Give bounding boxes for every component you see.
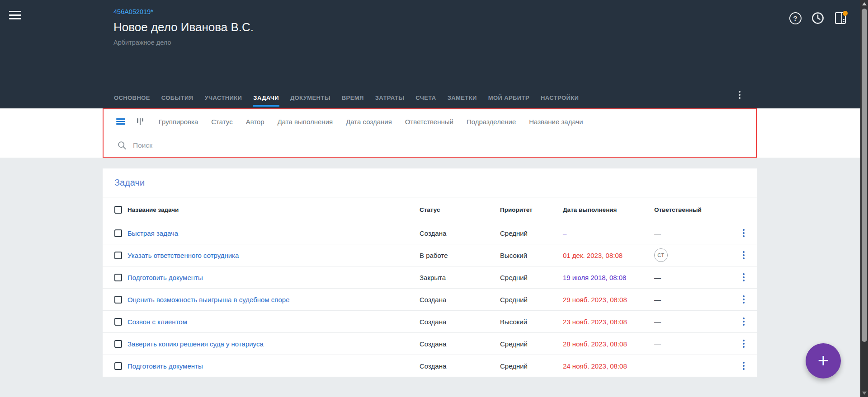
scrollbar-up-arrow[interactable] [862,2,867,5]
row-kebab-icon[interactable] [741,294,746,305]
help-icon[interactable]: ? [788,11,802,25]
table-row: Указать ответственного сотрудника В рабо… [103,244,757,266]
tab-участники[interactable]: УЧАСТНИКИ [204,94,242,107]
row-kebab-icon[interactable] [741,249,746,261]
tab-основное[interactable]: ОСНОВНОЕ [113,94,151,107]
row-checkbox[interactable] [114,362,122,370]
row-kebab-icon[interactable] [741,316,746,327]
task-name-link[interactable]: Подготовить документы [127,274,203,281]
column-header-priority: Приоритет [500,206,563,213]
task-due-date: 01 дек. 2023, 08:08 [563,252,654,259]
task-priority: Высокий [500,252,563,259]
tab-время[interactable]: ВРЕМЯ [341,94,364,107]
tasks-card: Задачи Название задачи Статус Приоритет … [103,168,757,377]
filter-chips: ГруппировкаСтатусАвторДата выполненияДат… [159,118,583,126]
list-view-icon[interactable] [116,118,125,125]
table-row: Созвон с клиентом Создана Высокий 23 ноя… [103,311,757,333]
filter-chip[interactable]: Дата создания [346,118,392,126]
filter-chip[interactable]: Дата выполнения [278,118,333,126]
main-menu-icon[interactable] [9,11,21,19]
row-checkbox[interactable] [114,274,122,281]
task-priority: Высокий [500,318,563,326]
tasks-heading: Задачи [114,177,145,188]
tabs-overflow-kebab-icon[interactable] [734,89,745,101]
tab-мой-арбитр[interactable]: МОЙ АРБИТР [488,94,530,107]
filter-chip[interactable]: Название задачи [529,118,583,126]
task-name-link[interactable]: Подготовить документы [127,362,203,370]
tab-задачи[interactable]: ЗАДАЧИ [253,94,279,107]
select-all-checkbox[interactable] [114,206,122,214]
table-header-row: Название задачи Статус Приоритет Дата вы… [103,197,757,222]
tab-заметки[interactable]: ЗАМЕТКИ [447,94,477,107]
task-name-link[interactable]: Созвон с клиентом [127,318,187,326]
column-header-status: Статус [420,206,500,213]
search-input[interactable]: Поиск [133,141,756,149]
table-row: Подготовить документы Закрыта Средний 19… [103,266,757,289]
tab-документы[interactable]: ДОКУМЕНТЫ [290,94,331,107]
tab-настройки[interactable]: НАСТРОЙКИ [540,94,579,107]
task-due-date: 23 нояб. 2023, 08:08 [563,318,654,326]
task-due-date: 29 нояб. 2023, 08:08 [563,296,654,304]
scrollbar[interactable] [860,0,868,397]
columns-settings-icon[interactable] [137,117,143,126]
table-body: Быстрая задача Создана Средний – — Указа… [103,222,757,377]
task-responsible: — [654,362,730,370]
add-task-fab[interactable]: + [806,343,841,378]
task-responsible: — [654,340,730,348]
task-responsible: СТ [654,248,730,262]
scrollbar-thumb[interactable] [862,9,867,342]
task-status: В работе [420,252,500,259]
row-checkbox[interactable] [114,340,122,348]
task-due-date: 24 нояб. 2023, 08:08 [563,362,654,370]
filter-chip[interactable]: Автор [246,118,264,126]
row-kebab-icon[interactable] [741,338,746,350]
task-status: Создана [420,340,500,348]
task-priority: Средний [500,229,563,237]
task-status: Создана [420,362,500,370]
task-due-date: 28 нояб. 2023, 08:08 [563,340,654,348]
row-kebab-icon[interactable] [741,271,746,283]
filter-chip[interactable]: Статус [211,118,232,126]
task-status: Закрыта [420,274,500,281]
scrollbar-down-arrow[interactable] [862,392,867,395]
task-status: Создана [420,318,500,326]
column-header-responsible: Ответственный [654,206,730,213]
task-priority: Средний [500,362,563,370]
filter-chip[interactable]: Подразделение [467,118,516,126]
task-name-link[interactable]: Оценить возможность выигрыша в судебном … [127,296,289,304]
tab-счета[interactable]: СЧЕТА [415,94,436,107]
task-status: Создана [420,229,500,237]
task-priority: Средний [500,296,563,304]
row-checkbox[interactable] [114,252,122,259]
tab-bar: ОСНОВНОЕСОБЫТИЯУЧАСТНИКИЗАДАЧИДОКУМЕНТЫВ… [113,94,579,107]
tab-события[interactable]: СОБЫТИЯ [161,94,194,107]
filter-chip[interactable]: Группировка [159,118,198,126]
case-info: 456A052019* Новое дело Иванова В.С. Арби… [113,8,254,46]
task-responsible: — [654,296,730,304]
side-panel-icon[interactable] [834,11,847,25]
clock-glyph [811,11,825,25]
tab-затраты[interactable]: ЗАТРАТЫ [375,94,405,107]
filter-toolbar: ГруппировкаСтатусАвторДата выполненияДат… [104,109,756,134]
responsible-avatar[interactable]: СТ [654,248,668,262]
table-row: Оценить возможность выигрыша в судебном … [103,289,757,311]
task-status: Создана [420,296,500,304]
case-number-link[interactable]: 456A052019* [113,8,254,15]
task-responsible: — [654,274,730,281]
filter-chip[interactable]: Ответственный [405,118,453,126]
task-name-link[interactable]: Указать ответственного сотрудника [127,252,239,259]
row-kebab-icon[interactable] [741,227,746,239]
table-row: Заверить копию решения суда у нотариуса … [103,333,757,355]
row-checkbox[interactable] [114,318,122,326]
row-checkbox[interactable] [114,296,122,304]
header-actions: ? [788,11,847,25]
notification-dot [843,11,848,16]
task-name-link[interactable]: Заверить копию решения суда у нотариуса [127,340,264,348]
case-type-label: Арбитражное дело [113,39,254,46]
history-clock-icon[interactable] [811,11,825,25]
row-checkbox[interactable] [114,229,122,237]
task-name-link[interactable]: Быстрая задача [127,229,178,237]
filter-panel: ГруппировкаСтатусАвторДата выполненияДат… [103,108,757,158]
row-kebab-icon[interactable] [741,360,746,372]
search-icon [117,140,127,150]
